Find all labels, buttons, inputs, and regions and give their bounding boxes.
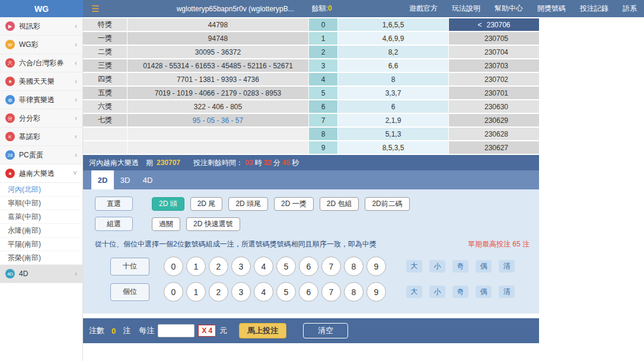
bet-type-button[interactable]: 2D 包組 [320, 197, 359, 211]
period-cell[interactable]: 230703 [449, 59, 539, 72]
quick-pick-button[interactable]: 清 [499, 286, 515, 298]
period-cell[interactable]: 230627 [449, 141, 539, 154]
sidebar-item[interactable]: ★ 越南大樂透 ˅ [0, 164, 82, 183]
top-nav-link[interactable]: 玩法說明 [452, 4, 480, 14]
top-nav-link[interactable]: 遊戲官方 [409, 4, 438, 14]
number-button[interactable]: 7 [321, 256, 341, 276]
top-nav-link[interactable]: 開獎號碼 [537, 4, 566, 14]
period-cell[interactable]: < 230706 [449, 18, 539, 31]
bet-type-button[interactable]: 2D 一獎 [274, 197, 314, 211]
number-button[interactable]: 3 [231, 282, 251, 302]
number-button[interactable]: 9 [366, 282, 386, 302]
period-cell[interactable]: 230705 [449, 32, 539, 45]
number-button[interactable]: 6 [299, 256, 318, 276]
sidebar-item[interactable]: W WG彩 ‹ [0, 36, 82, 54]
number-button[interactable]: 6 [299, 282, 318, 302]
number-button[interactable]: 0 [164, 282, 183, 302]
sidebar-item[interactable]: ★ 美國天天樂 ‹ [0, 72, 82, 91]
sidebar-item[interactable]: ▶ 視訊彩 ‹ [0, 17, 82, 36]
top-nav-link[interactable]: 幫助中心 [495, 4, 523, 14]
bet-type-button[interactable]: 2D 快速選號 [186, 217, 240, 231]
units-position-button[interactable]: 個位 [110, 283, 149, 301]
tens-row: 十位 0123456789 大小奇偶清 [110, 256, 539, 276]
sidebar-item[interactable]: 永隆(南部) [0, 224, 82, 238]
quick-pick-button[interactable]: 奇 [452, 260, 468, 273]
quick-pick-button[interactable]: 大 [406, 286, 422, 298]
number-button[interactable]: 1 [186, 282, 206, 302]
number-button[interactable]: 2 [209, 256, 228, 276]
quick-pick-button[interactable]: 清 [499, 260, 515, 273]
sidebar-item-label: 分分彩 [19, 113, 40, 124]
number-button[interactable]: 1 [186, 256, 206, 276]
number-button[interactable]: 2 [209, 282, 228, 302]
number-button[interactable]: 8 [344, 256, 364, 276]
number-button[interactable]: 4 [254, 256, 273, 276]
period-cell[interactable]: 230701 [449, 87, 539, 99]
number-button[interactable]: 3 [231, 256, 251, 276]
quick-pick-button[interactable]: 大 [406, 260, 422, 273]
top-nav-link[interactable]: 投注記錄 [580, 4, 608, 14]
submit-bet-button[interactable]: 馬上投注 [239, 323, 286, 338]
sidebar-item[interactable]: K 基諾彩 ‹ [0, 128, 82, 146]
sidebar-item[interactable]: 分 分分彩 ‹ [0, 109, 82, 128]
sidebar-item[interactable]: 河內(北部) [0, 183, 82, 197]
per-bet-label: 每注 [139, 325, 154, 336]
digit-cell: 9 [309, 141, 337, 154]
category-group-button[interactable]: 組選 [95, 217, 133, 231]
bet-type-button[interactable]: 2D 頭尾 [228, 197, 268, 211]
sidebar-item[interactable]: ◍ 菲律賓樂透 ‹ [0, 91, 82, 109]
currency-label: 元 [219, 325, 227, 336]
number-button[interactable]: 7 [321, 282, 341, 302]
winning-numbers-cell: 7701 - 1381 - 9393 - 4736 [127, 73, 308, 86]
period-cell[interactable]: 230630 [449, 100, 539, 113]
bet-submit-bar: 注數 0 注 每注 X 4 元 馬上投注 清空 [83, 318, 539, 343]
period-cell[interactable]: 230702 [449, 73, 539, 86]
countdown-seconds: 45 [282, 159, 290, 167]
chevron-icon: ˅ [73, 169, 77, 178]
clear-button[interactable]: 清空 [303, 323, 348, 338]
category-direct-button[interactable]: 直選 [95, 197, 133, 211]
digit-cell: 4 [309, 73, 337, 86]
quick-pick-button[interactable]: 奇 [452, 286, 468, 298]
sidebar-item[interactable]: 4D 4D ‹ [0, 265, 82, 283]
number-button[interactable]: 0 [164, 256, 183, 276]
number-button[interactable]: 5 [276, 256, 296, 276]
period-cell[interactable]: 230704 [449, 46, 539, 58]
number-button[interactable]: 9 [366, 256, 386, 276]
bet-type-button[interactable]: 2D前二碼 [365, 197, 409, 211]
table-row: 9 8,5,3,5 230627 [83, 141, 539, 154]
quick-pick-button[interactable]: 偶 [476, 260, 492, 273]
period-number: 230703 [484, 62, 508, 70]
dimension-tab[interactable]: 2D [91, 170, 114, 189]
number-button[interactable]: 5 [276, 282, 296, 302]
max-bet-notice: 單期最高投注 65 注 [468, 239, 530, 249]
period-cell[interactable]: 230628 [449, 128, 539, 140]
sidebar-item-label: WG彩 [19, 40, 39, 50]
tens-position-button[interactable]: 十位 [110, 258, 149, 276]
quick-pick-button[interactable]: 小 [429, 260, 445, 273]
sidebar-item-label: 嘉萊(中部) [8, 212, 41, 222]
bet-type-button[interactable]: 2D 尾 [190, 197, 223, 211]
top-nav-link[interactable]: 語系 [623, 4, 637, 14]
dimension-tab[interactable]: 4D [136, 170, 159, 189]
sidebar-item[interactable]: 六 六合/台灣彩券 ‹ [0, 54, 82, 72]
period-cell[interactable]: 230629 [449, 114, 539, 126]
number-button[interactable]: 4 [254, 282, 273, 302]
quick-pick-button[interactable]: 偶 [476, 286, 492, 298]
sidebar-item[interactable]: 28 PC蛋蛋 ‹ [0, 146, 82, 164]
sidebar-item[interactable]: 平陽(南部) [0, 238, 82, 251]
prize-name-cell: 二獎 [83, 46, 127, 58]
dimension-tab[interactable]: 3D [114, 170, 136, 189]
bet-type-button[interactable]: 2D 頭 [152, 197, 184, 211]
period-number: 230705 [484, 34, 508, 43]
bet-type-button[interactable]: 過關 [152, 217, 180, 231]
sidebar-item[interactable]: 嘉萊(中部) [0, 210, 82, 224]
per-bet-input[interactable] [158, 324, 195, 337]
number-button[interactable]: 8 [344, 282, 364, 302]
prev-period-icon[interactable]: < [477, 21, 482, 29]
table-row: 五獎 7019 - 1019 - 4066 - 2179 - 0283 - 89… [83, 87, 539, 99]
quick-pick-button[interactable]: 小 [429, 286, 445, 298]
sidebar-item[interactable]: 寧順(中部) [0, 197, 82, 210]
hamburger-menu-icon[interactable]: ☰ [91, 4, 99, 14]
sidebar-item[interactable]: 茶榮(南部) [0, 251, 82, 265]
